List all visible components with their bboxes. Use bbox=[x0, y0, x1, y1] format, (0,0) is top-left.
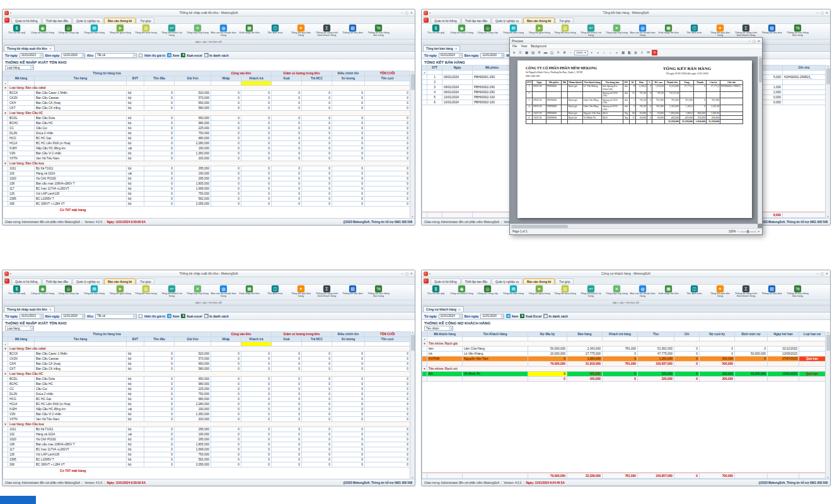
print-list-button[interactable]: ▦In danh sách bbox=[543, 314, 568, 318]
scroll-up-icon[interactable]: ▲ bbox=[827, 65, 829, 67]
menu-tab-3[interactable]: Quản lý nghiệp vụ bbox=[492, 278, 523, 284]
from-date-input[interactable]: 01/01/2024▾ bbox=[439, 314, 463, 319]
preview-vertical-scrollbar[interactable] bbox=[758, 57, 762, 224]
zoom-in-button[interactable]: + bbox=[589, 50, 594, 55]
filter-cell[interactable] bbox=[638, 337, 674, 341]
toolbar-button-stock-threshold[interactable]: ◫Tồn định mức bbox=[681, 285, 707, 295]
toolbar-button-cancelled-goods[interactable]: ✕Tổng hợp hủy hàng bbox=[185, 285, 211, 295]
document-tab[interactable]: Công nợ khách hàng✕ bbox=[423, 306, 464, 312]
minimize-button[interactable]: ─ bbox=[402, 11, 404, 14]
to-date-input[interactable]: 11/01/2024▾ bbox=[61, 314, 85, 319]
expander-icon[interactable]: ▾ bbox=[422, 367, 427, 372]
filter-cell[interactable] bbox=[567, 337, 603, 341]
table-row[interactable]: 2395BC L2395V Tbộ0592,000000000 bbox=[3, 197, 410, 202]
menu-tab-4[interactable]: Báo cáo thống kê bbox=[523, 18, 555, 23]
toolbar-button-profit-report[interactable]: ◍Báo cáo lợi nhuận bán hàng bbox=[630, 285, 656, 298]
column-header[interactable]: Giá Vốn bbox=[175, 337, 211, 342]
table-row[interactable]: CKTBàn Cầu CK trắngbộ0580,000000000 bbox=[3, 106, 410, 111]
scroll-up-icon[interactable]: ▲ bbox=[827, 331, 829, 334]
table-row[interactable]: 1020Xả Chữ P1020bộ0295,000000000 bbox=[3, 176, 410, 181]
column-header[interactable]: Số lượng bbox=[332, 337, 365, 342]
toolbar-button-commission-stats[interactable]: %Thống kê hoa hồng bán hàng bbox=[366, 285, 391, 298]
menu-tab-1[interactable]: Quản trị hệ thống bbox=[11, 18, 42, 23]
table-row[interactable]: DL2NDoLa 2 nhấnbộ0750,000000000 bbox=[3, 392, 410, 397]
maximize-button[interactable]: ▢ bbox=[753, 39, 756, 43]
table-row[interactable]: 117BC Inax 117VA +L282VTbộ01,668,0000000… bbox=[3, 447, 410, 452]
app-menu-icon[interactable] bbox=[424, 18, 429, 23]
dropdown-arrow-icon[interactable]: ▾ bbox=[449, 326, 453, 330]
menu-tab-4[interactable]: Báo cáo thống kê bbox=[104, 18, 136, 23]
print-button[interactable]: ▣ bbox=[524, 50, 529, 55]
column-header[interactable]: Mã hàng bbox=[8, 337, 35, 342]
table-row[interactable]: 126Vòi LAP Lanh126bộ0750,000000000 bbox=[3, 452, 410, 457]
column-header[interactable]: Nhập bbox=[211, 76, 241, 81]
maximize-button[interactable]: ▢ bbox=[405, 11, 408, 14]
filter-cell[interactable] bbox=[365, 342, 410, 346]
column-header[interactable]: Tên hàng bbox=[35, 76, 127, 81]
column-header[interactable] bbox=[422, 66, 427, 71]
filter-cell[interactable] bbox=[332, 342, 365, 346]
column-header[interactable]: Mã hàng bbox=[8, 76, 35, 81]
toolbar-button-supplier-debt[interactable]: ◎Công nợ cung cấp bbox=[55, 25, 81, 34]
zoom-slider[interactable] bbox=[740, 231, 756, 232]
table-row[interactable]: 108Bàn cầu max 108VA+280V Tbộ01,805,0000… bbox=[3, 442, 410, 447]
toolbar-button-cancelled-goods[interactable]: ✕Tổng hợp hủy hàng bbox=[604, 25, 630, 34]
scale-button[interactable]: ◫ bbox=[549, 50, 555, 55]
column-header[interactable]: Khách trả bbox=[241, 337, 272, 342]
toolbar-button-cash-fund[interactable]: $Thu chi tồn quỹ bbox=[423, 25, 449, 34]
toolbar-button-returns-summary[interactable]: ↩Tổng kết khách trả hàng bbox=[578, 285, 604, 298]
toolbar-button-delivery-summary[interactable]: ➤Tổng kết giao hàng bbox=[526, 285, 552, 295]
menu-tab-2[interactable]: Thiết lập ban đầu bbox=[461, 278, 492, 284]
quick-access-arrow-icon[interactable]: ▾ bbox=[10, 11, 11, 14]
print-list-button[interactable]: ▦In danh sách bbox=[204, 314, 229, 318]
menu-tab-5[interactable]: Trợ giúp bbox=[555, 278, 574, 284]
table-row[interactable]: 2Spring int 0216 (18l)thù25781,000781,00… bbox=[526, 92, 742, 99]
toolbar-button-commission-stats[interactable]: %Thống kê hoa hồng bán hàng bbox=[785, 285, 811, 298]
document-tab[interactable]: Tổng kết bán hàng✕ bbox=[423, 45, 460, 51]
maximize-button[interactable]: ▢ bbox=[821, 11, 824, 14]
group-row[interactable]: ▾Loại hàng: Bàn cầu cakal bbox=[3, 346, 410, 352]
toolbar-button-stock-threshold[interactable]: ◫Tồn định mức bbox=[681, 25, 707, 34]
quick-access-arrow-icon[interactable]: ▾ bbox=[429, 11, 430, 14]
column-header[interactable]: Xuất bbox=[272, 76, 302, 81]
toolbar-button-customer-debt[interactable]: ◉Công nợ khách hàng bbox=[30, 285, 55, 295]
filter-cell[interactable] bbox=[35, 342, 127, 346]
column-header[interactable]: Tên hàng bbox=[35, 337, 127, 342]
app-menu-icon[interactable] bbox=[4, 278, 9, 284]
dropdown-arrow-icon[interactable]: ▾ bbox=[82, 54, 85, 57]
show-values-checkbox[interactable] bbox=[139, 54, 142, 57]
preview-menu-background[interactable]: Background bbox=[531, 45, 546, 48]
menu-tab-1[interactable]: Quản trị hệ thống bbox=[430, 18, 461, 23]
column-header[interactable]: Ghi chú bbox=[783, 66, 826, 71]
toolbar-button-inventory-in-out[interactable]: ▦Xuất nhập tồn kho bbox=[656, 285, 681, 295]
tab-close-icon[interactable]: ✕ bbox=[458, 308, 461, 311]
group-row[interactable]: ▾Loại hàng: Bàn Cầu HC bbox=[3, 111, 410, 116]
first-page-button[interactable]: « bbox=[595, 50, 601, 55]
app-icon[interactable] bbox=[424, 272, 428, 276]
dropdown-arrow-icon[interactable]: ▾ bbox=[82, 314, 85, 318]
expander-icon[interactable]: ▾ bbox=[3, 422, 8, 427]
filter-cell[interactable] bbox=[674, 337, 700, 341]
menu-tab-2[interactable]: Thiết lập ban đầu bbox=[42, 278, 72, 284]
from-date-input[interactable]: 31/01/2023▾ bbox=[20, 314, 43, 319]
column-header[interactable]: Giá Vốn bbox=[175, 76, 211, 81]
app-icon[interactable] bbox=[4, 272, 9, 276]
export-excel-button[interactable]: XXuất Excel bbox=[520, 314, 541, 318]
view-button[interactable]: ⊙Xem bbox=[167, 53, 179, 57]
column-header[interactable] bbox=[3, 337, 8, 342]
table-row[interactable]: CKHBàn Cầu CK (hoa)bộ0650,000000000 bbox=[3, 362, 410, 367]
group-row[interactable]: ▾Loại hàng: Bàn cầu cakal bbox=[3, 86, 410, 91]
toolbar-button-gift-summary[interactable]: ✦Tổng kết quà bán hàng bbox=[707, 285, 733, 298]
to-date-input[interactable]: 11/01/2024▾ bbox=[61, 53, 85, 58]
scroll-up-icon[interactable]: ▲ bbox=[412, 331, 413, 334]
toolbar-button-project-stats[interactable]: ΣThống kê công trình theo khách hàng bbox=[733, 25, 759, 37]
column-header[interactable]: Bán hàng bbox=[567, 332, 603, 337]
table-row[interactable]: BCDLBàn Cầu Dolabộ0650,000000000 bbox=[3, 377, 410, 382]
toolbar-button-supplier-debt[interactable]: ◎Công nợ cung cấp bbox=[475, 25, 500, 34]
menu-tab-2[interactable]: Thiết lập ban đầu bbox=[461, 18, 492, 23]
filter-cell[interactable] bbox=[272, 342, 302, 346]
toolbar-button-commission-stats[interactable]: %Thống kê hoa hồng bán hàng bbox=[785, 25, 811, 37]
group-by-combo[interactable]: Loại hàng▾ bbox=[5, 65, 34, 70]
filter-cell[interactable] bbox=[427, 337, 463, 341]
column-header[interactable]: Xuất bbox=[272, 337, 302, 342]
